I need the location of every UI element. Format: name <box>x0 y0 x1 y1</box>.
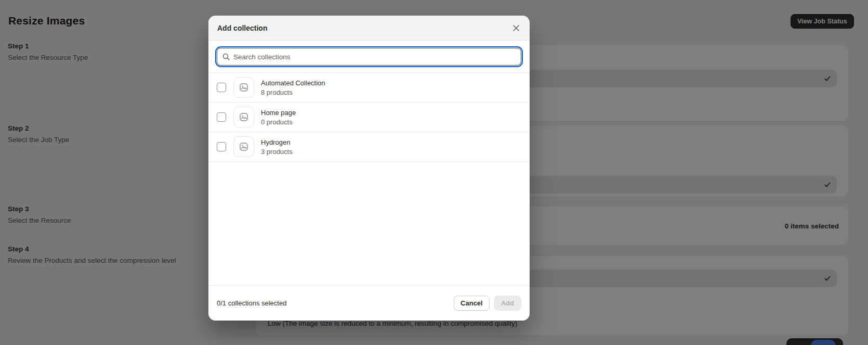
collection-thumbnail <box>233 136 254 157</box>
list-item-automated-collection[interactable]: Automated Collection 8 products <box>208 73 530 103</box>
collection-name: Automated Collection <box>261 79 325 87</box>
modal-header: Add collection <box>208 16 530 41</box>
list-item-home-page[interactable]: Home page 0 products <box>208 103 530 132</box>
image-icon <box>239 142 249 152</box>
cancel-button[interactable]: Cancel <box>454 296 490 311</box>
collection-thumbnail <box>233 107 254 127</box>
image-icon <box>239 112 249 122</box>
app-screen: Resize Images View Job Status Step 1 Sel… <box>0 0 868 345</box>
checkbox[interactable] <box>217 112 226 122</box>
checkbox[interactable] <box>217 83 226 92</box>
list-item-hydrogen[interactable]: Hydrogen 3 products <box>208 132 530 162</box>
add-button[interactable]: Add <box>494 296 521 311</box>
collections-list: Automated Collection 8 products Home pag… <box>208 72 530 162</box>
modal-title: Add collection <box>217 24 267 32</box>
modal-footer: 0/1 collections selected Cancel Add <box>208 285 530 321</box>
collection-product-count: 3 products <box>261 148 293 156</box>
collection-thumbnail <box>233 77 254 98</box>
search-field[interactable] <box>217 48 521 66</box>
search-icon <box>222 53 230 61</box>
add-collection-modal: Add collection <box>208 16 530 321</box>
collection-product-count: 0 products <box>261 118 296 126</box>
collection-name: Hydrogen <box>261 138 293 146</box>
collection-name: Home page <box>261 109 296 117</box>
search-input[interactable] <box>233 48 521 65</box>
close-icon[interactable] <box>509 21 523 35</box>
selection-summary: 0/1 collections selected <box>217 299 286 307</box>
checkbox[interactable] <box>217 142 226 151</box>
modal-empty-area <box>208 162 530 285</box>
image-icon <box>239 82 249 93</box>
collection-product-count: 8 products <box>261 88 325 96</box>
search-section <box>208 41 530 72</box>
